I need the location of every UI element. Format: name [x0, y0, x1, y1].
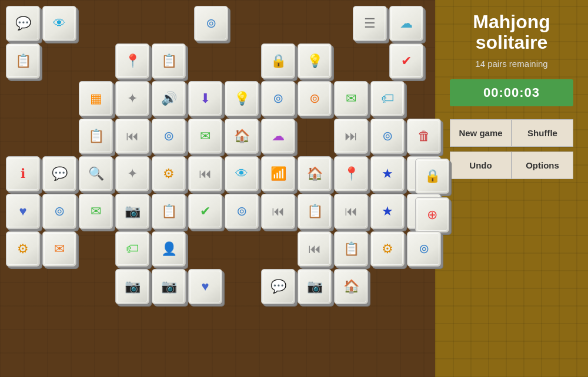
tile[interactable]: ⊕	[415, 197, 449, 233]
tile[interactable]: ✔	[188, 194, 222, 229]
tile[interactable]: 🏷	[115, 231, 149, 267]
tile[interactable]: ⊚	[298, 81, 332, 116]
tile[interactable]: ✉	[42, 231, 76, 267]
tile[interactable]: ♥	[6, 194, 40, 229]
tile[interactable]: ⏮	[261, 194, 295, 229]
pairs-remaining: 14 pairs remaining	[475, 59, 547, 69]
tile[interactable]: ☰	[353, 6, 387, 41]
tile[interactable]: 📷	[298, 269, 332, 304]
shuffle-button[interactable]: Shuffle	[512, 119, 573, 147]
tile[interactable]: ✉	[334, 81, 368, 116]
game-area: 💬👁⊚☰☁📋📍📋🔒💡✔▦✦🔊⬇💡⊚⊚✉🏷📋⏮⊚✉🏠☁⏭⊚🗑ℹ💬🔍✦⚙⏮👁📶🏠📍★…	[0, 0, 435, 377]
tile[interactable]: 🗑	[407, 119, 441, 154]
tile[interactable]: 💬	[42, 156, 76, 191]
tile[interactable]: 📷	[115, 194, 149, 229]
tile[interactable]: ⊚	[152, 119, 186, 154]
tile[interactable]: ⊚	[225, 194, 259, 229]
tile[interactable]: ✦	[115, 81, 149, 116]
tile[interactable]: ♥	[188, 269, 222, 304]
tile[interactable]: ⏮	[188, 156, 222, 191]
tile[interactable]: ✉	[188, 119, 222, 154]
tile[interactable]: ⚙	[370, 231, 405, 267]
tile[interactable]: 🔒	[415, 159, 449, 194]
tile[interactable]: ⊚	[407, 231, 441, 267]
tile[interactable]: ✉	[79, 194, 113, 229]
tile[interactable]: ⏮	[115, 119, 149, 154]
tile[interactable]: ☁	[261, 119, 295, 154]
tile[interactable]: 💡	[225, 81, 259, 116]
tile[interactable]: ⊚	[42, 194, 76, 229]
tile[interactable]: 🏠	[225, 119, 259, 154]
tile[interactable]: 📍	[334, 156, 368, 191]
tile[interactable]: 📶	[261, 156, 295, 191]
tile[interactable]: 💡	[298, 43, 332, 79]
tile[interactable]: 💬	[261, 269, 295, 304]
tile[interactable]: 👁	[42, 6, 76, 41]
game-title: Mahjong solitaire	[435, 12, 588, 53]
tile[interactable]: 📋	[152, 194, 186, 229]
bottom-button-row: Undo Options	[450, 152, 573, 179]
tile[interactable]: ⬇	[188, 81, 222, 116]
tile[interactable]: ⊚	[194, 6, 228, 41]
tile[interactable]: ⏭	[334, 119, 368, 154]
tile[interactable]: 📋	[79, 119, 113, 154]
tile[interactable]: 🏠	[334, 269, 368, 304]
tile[interactable]: ℹ	[6, 156, 40, 191]
tile[interactable]: 👤	[152, 231, 186, 267]
tile[interactable]: 📋	[6, 43, 40, 79]
tile[interactable]: ✔	[389, 43, 423, 79]
tile[interactable]: ★	[370, 194, 405, 229]
tile[interactable]: 👁	[225, 156, 259, 191]
tile[interactable]: ☁	[389, 6, 423, 41]
tile[interactable]: 📋	[298, 194, 332, 229]
tile[interactable]: ⏮	[298, 231, 332, 267]
timer-display: 00:00:03	[450, 79, 573, 106]
tile[interactable]: ⚙	[152, 156, 186, 191]
sidebar: Mahjong solitaire 14 pairs remaining 00:…	[435, 0, 588, 377]
tile[interactable]: 🔊	[152, 81, 186, 116]
tile[interactable]: ★	[370, 156, 405, 191]
tile[interactable]: ⚙	[6, 231, 40, 267]
top-button-row: New game Shuffle	[450, 119, 573, 147]
tile[interactable]: 📍	[115, 43, 149, 79]
tile[interactable]: 💬	[6, 6, 40, 41]
tile[interactable]: 📷	[152, 269, 186, 304]
new-game-button[interactable]: New game	[450, 119, 512, 147]
tile[interactable]: 📋	[334, 231, 368, 267]
tile[interactable]: ⊚	[261, 81, 295, 116]
tile[interactable]: ⊚	[370, 119, 405, 154]
tile[interactable]: ▦	[79, 81, 113, 116]
undo-button[interactable]: Undo	[450, 152, 512, 179]
tile[interactable]: ⏮	[334, 194, 368, 229]
tile[interactable]: 📋	[152, 43, 186, 79]
tile[interactable]: 📷	[115, 269, 149, 304]
tile[interactable]: 🔒	[261, 43, 295, 79]
tile[interactable]: 🏷	[370, 81, 405, 116]
tile[interactable]: 🔍	[79, 156, 113, 191]
tile[interactable]: 🏠	[298, 156, 332, 191]
tile[interactable]: ✦	[115, 156, 149, 191]
options-button[interactable]: Options	[512, 152, 573, 179]
